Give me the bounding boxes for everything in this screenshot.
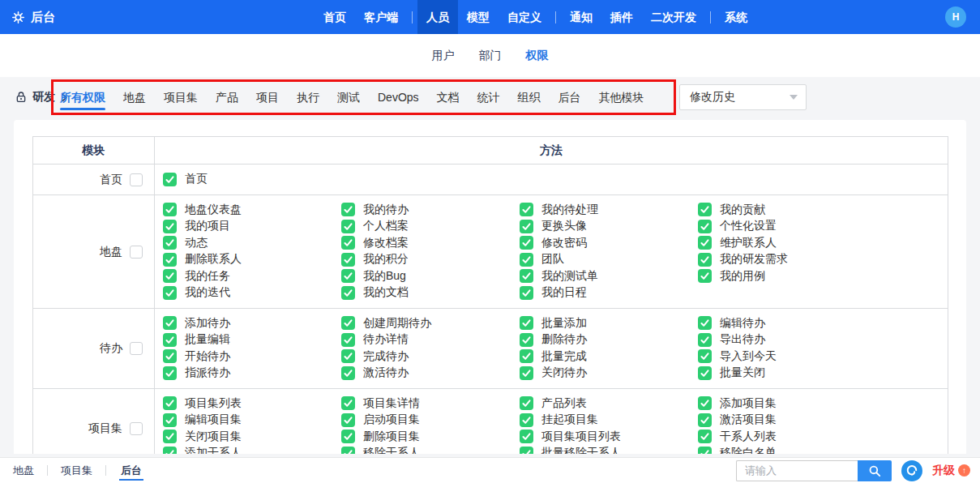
tab-product[interactable]: 产品 bbox=[207, 77, 247, 118]
method-checkbox-checked[interactable] bbox=[341, 349, 355, 363]
top-menu-item-index[interactable]: 首页 bbox=[315, 0, 355, 34]
method-checkbox-checked[interactable] bbox=[698, 236, 712, 250]
bottom-tab-admin[interactable]: 后台 bbox=[118, 464, 145, 478]
check-icon bbox=[165, 336, 174, 344]
method-item: 更换头像 bbox=[520, 218, 698, 235]
method-checkbox-checked[interactable] bbox=[163, 236, 177, 250]
method-checkbox-checked[interactable] bbox=[520, 269, 533, 283]
top-menu-item-dev[interactable]: 二次开发 bbox=[642, 0, 705, 34]
method-label: 待办详情 bbox=[363, 332, 409, 347]
method-checkbox-checked[interactable] bbox=[341, 236, 355, 250]
history-select[interactable]: 修改历史 bbox=[679, 84, 807, 110]
method-checkbox-checked[interactable] bbox=[163, 269, 177, 283]
method-checkbox-checked[interactable] bbox=[341, 447, 355, 454]
method-checkbox-checked[interactable] bbox=[520, 203, 533, 216]
method-checkbox-checked[interactable] bbox=[520, 413, 533, 427]
method-checkbox-checked[interactable] bbox=[698, 396, 712, 410]
module-checkbox[interactable] bbox=[130, 422, 143, 435]
method-checkbox-checked[interactable] bbox=[698, 447, 712, 454]
method-checkbox-checked[interactable] bbox=[341, 366, 355, 380]
tab-my[interactable]: 地盘 bbox=[114, 77, 155, 118]
method-checkbox-checked[interactable] bbox=[520, 236, 533, 250]
method-checkbox-checked[interactable] bbox=[163, 333, 177, 347]
method-checkbox-checked[interactable] bbox=[698, 349, 712, 363]
method-label: 个性化设置 bbox=[720, 219, 777, 233]
method-checkbox-checked[interactable] bbox=[520, 430, 533, 443]
method-checkbox-checked[interactable] bbox=[341, 203, 355, 216]
search-button[interactable] bbox=[858, 460, 892, 481]
method-checkbox-checked[interactable] bbox=[163, 413, 177, 427]
tab-execution[interactable]: 执行 bbox=[288, 77, 328, 118]
method-checkbox-checked[interactable] bbox=[698, 366, 712, 380]
avatar[interactable]: H bbox=[945, 6, 966, 28]
subnav-item-privilege[interactable]: 权限 bbox=[526, 49, 549, 63]
method-checkbox-checked[interactable] bbox=[163, 349, 177, 363]
top-menu-item-system[interactable]: 系统 bbox=[716, 0, 756, 34]
logo-button[interactable] bbox=[901, 460, 922, 481]
method-checkbox-checked[interactable] bbox=[520, 349, 533, 363]
module-checkbox[interactable] bbox=[130, 173, 143, 186]
method-checkbox-checked[interactable] bbox=[341, 333, 355, 347]
method-checkbox-checked[interactable] bbox=[520, 253, 533, 267]
method-checkbox-checked[interactable] bbox=[163, 286, 177, 300]
tab-project[interactable]: 项目 bbox=[247, 77, 288, 118]
method-checkbox-checked[interactable] bbox=[698, 220, 712, 233]
method-checkbox-checked[interactable] bbox=[341, 286, 355, 300]
method-checkbox-checked[interactable] bbox=[341, 316, 355, 330]
top-menu-item-message[interactable]: 通知 bbox=[561, 0, 601, 34]
method-checkbox-checked[interactable] bbox=[341, 269, 355, 283]
method-checkbox-checked[interactable] bbox=[163, 430, 177, 443]
method-checkbox-checked[interactable] bbox=[698, 253, 712, 267]
method-checkbox-checked[interactable] bbox=[341, 396, 355, 410]
method-checkbox-checked[interactable] bbox=[163, 253, 177, 267]
method-checkbox-checked[interactable] bbox=[520, 333, 533, 347]
method-checkbox-checked[interactable] bbox=[163, 316, 177, 330]
method-checkbox-checked[interactable] bbox=[698, 316, 712, 330]
search-input[interactable] bbox=[736, 460, 858, 481]
method-checkbox-checked[interactable] bbox=[698, 430, 712, 443]
subnav-item-dept[interactable]: 部门 bbox=[479, 49, 502, 63]
tab-devops[interactable]: DevOps bbox=[369, 77, 428, 118]
table-row-my: 地盘地盘仪表盘我的项目动态删除联系人我的任务我的迭代我的待办个人档案修改档案我的… bbox=[33, 194, 948, 308]
tab-all[interactable]: 所有权限 bbox=[51, 77, 114, 118]
method-checkbox-checked[interactable] bbox=[163, 366, 177, 380]
method-checkbox-checked[interactable] bbox=[698, 413, 712, 427]
tab-doc[interactable]: 文档 bbox=[428, 77, 469, 118]
subnav-item-user[interactable]: 用户 bbox=[432, 49, 455, 63]
bottom-tab-program[interactable]: 项目集 bbox=[59, 464, 94, 478]
method-checkbox-checked[interactable] bbox=[520, 220, 533, 233]
tab-qa[interactable]: 测试 bbox=[328, 77, 369, 118]
tab-other[interactable]: 其他模块 bbox=[590, 77, 653, 118]
method-checkbox-checked[interactable] bbox=[163, 220, 177, 233]
method-checkbox-checked[interactable] bbox=[520, 396, 533, 410]
method-checkbox-checked[interactable] bbox=[163, 447, 177, 454]
tab-program[interactable]: 项目集 bbox=[155, 77, 207, 118]
method-checkbox-checked[interactable] bbox=[698, 333, 712, 347]
upgrade-button[interactable]: 升级 ↑ bbox=[932, 464, 970, 478]
method-checkbox-checked[interactable] bbox=[163, 203, 177, 216]
top-menu-item-client[interactable]: 客户端 bbox=[355, 0, 407, 34]
method-checkbox-checked[interactable] bbox=[698, 269, 712, 283]
method-checkbox-checked[interactable] bbox=[520, 447, 533, 454]
top-menu-item-model[interactable]: 模型 bbox=[458, 0, 499, 34]
method-checkbox-checked[interactable] bbox=[163, 396, 177, 410]
method-checkbox-checked[interactable] bbox=[341, 430, 355, 443]
method-checkbox-checked[interactable] bbox=[341, 413, 355, 427]
bottom-tab-my[interactable]: 地盘 bbox=[11, 464, 36, 478]
method-checkbox-checked[interactable] bbox=[163, 173, 177, 186]
top-menu-item-user[interactable]: 人员 bbox=[417, 0, 458, 34]
tab-report[interactable]: 统计 bbox=[469, 77, 509, 118]
method-checkbox-checked[interactable] bbox=[520, 366, 533, 380]
top-menu-item-extension[interactable]: 插件 bbox=[601, 0, 642, 34]
module-checkbox[interactable] bbox=[130, 246, 143, 259]
method-checkbox-checked[interactable] bbox=[698, 203, 712, 216]
tab-admin[interactable]: 后台 bbox=[550, 77, 590, 118]
method-checkbox-checked[interactable] bbox=[520, 316, 533, 330]
tab-org[interactable]: 组织 bbox=[509, 77, 550, 118]
method-checkbox-checked[interactable] bbox=[341, 220, 355, 233]
method-checkbox-checked[interactable] bbox=[341, 253, 355, 267]
top-menu-item-custom[interactable]: 自定义 bbox=[499, 0, 550, 34]
brand[interactable]: 后台 bbox=[11, 0, 55, 34]
module-checkbox[interactable] bbox=[130, 342, 143, 355]
method-checkbox-checked[interactable] bbox=[520, 286, 533, 300]
